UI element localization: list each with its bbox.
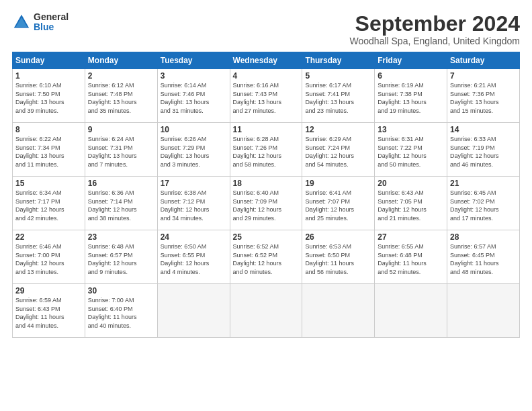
- table-row: 1Sunrise: 6:10 AMSunset: 7:50 PMDaylight…: [13, 69, 85, 123]
- day-number: 10: [161, 125, 227, 134]
- table-row: 18Sunrise: 6:40 AMSunset: 7:09 PMDayligh…: [230, 177, 302, 230]
- table-row: 22Sunrise: 6:46 AMSunset: 7:00 PMDayligh…: [13, 230, 85, 284]
- logo-general-label: General: [34, 12, 69, 22]
- table-row: 25Sunrise: 6:52 AMSunset: 6:52 PMDayligh…: [230, 230, 302, 284]
- day-info: Sunrise: 6:16 AMSunset: 7:43 PMDaylight:…: [233, 81, 300, 115]
- day-number: 30: [88, 286, 154, 295]
- day-info: Sunrise: 6:40 AMSunset: 7:09 PMDaylight:…: [233, 189, 300, 222]
- day-info: Sunrise: 6:28 AMSunset: 7:26 PMDaylight:…: [233, 135, 300, 169]
- table-row: 13Sunrise: 6:31 AMSunset: 7:22 PMDayligh…: [375, 123, 447, 177]
- page: General Blue September 2024 Woodhall Spa…: [0, 0, 532, 411]
- day-info: Sunrise: 6:22 AMSunset: 7:34 PMDaylight:…: [15, 135, 82, 169]
- day-info: Sunrise: 7:00 AMSunset: 6:40 PMDaylight:…: [88, 296, 154, 330]
- day-info: Sunrise: 6:43 AMSunset: 7:05 PMDaylight:…: [378, 189, 444, 222]
- day-info: Sunrise: 6:24 AMSunset: 7:31 PMDaylight:…: [88, 135, 154, 169]
- table-row: 17Sunrise: 6:38 AMSunset: 7:12 PMDayligh…: [157, 177, 230, 230]
- day-info: Sunrise: 6:36 AMSunset: 7:14 PMDaylight:…: [88, 189, 154, 222]
- day-number: 26: [305, 232, 371, 242]
- header: General Blue September 2024 Woodhall Spa…: [12, 12, 520, 46]
- day-number: 20: [378, 179, 444, 188]
- day-number: 4: [233, 71, 300, 81]
- col-wednesday: Wednesday: [230, 52, 302, 69]
- day-info: Sunrise: 6:53 AMSunset: 6:50 PMDaylight:…: [305, 242, 371, 276]
- table-row: 7Sunrise: 6:21 AMSunset: 7:36 PMDaylight…: [447, 69, 520, 123]
- col-thursday: Thursday: [302, 52, 375, 69]
- day-info: Sunrise: 6:14 AMSunset: 7:46 PMDaylight:…: [161, 81, 227, 115]
- day-number: 16: [88, 179, 154, 188]
- location-subtitle: Woodhall Spa, England, United Kingdom: [350, 36, 520, 46]
- month-title: September 2024: [350, 12, 520, 36]
- table-row: [230, 284, 302, 338]
- day-number: 6: [378, 71, 444, 81]
- day-number: 7: [450, 71, 517, 81]
- day-info: Sunrise: 6:48 AMSunset: 6:57 PMDaylight:…: [88, 242, 154, 276]
- day-info: Sunrise: 6:17 AMSunset: 7:41 PMDaylight:…: [305, 81, 371, 115]
- day-info: Sunrise: 6:50 AMSunset: 6:55 PMDaylight:…: [161, 242, 227, 276]
- table-row: 20Sunrise: 6:43 AMSunset: 7:05 PMDayligh…: [375, 177, 447, 230]
- logo-blue-label: Blue: [34, 22, 69, 32]
- day-number: 17: [161, 179, 227, 188]
- table-row: 4Sunrise: 6:16 AMSunset: 7:43 PMDaylight…: [230, 69, 302, 123]
- table-row: 3Sunrise: 6:14 AMSunset: 7:46 PMDaylight…: [157, 69, 230, 123]
- col-monday: Monday: [85, 52, 157, 69]
- day-info: Sunrise: 6:29 AMSunset: 7:24 PMDaylight:…: [305, 135, 371, 169]
- day-info: Sunrise: 6:52 AMSunset: 6:52 PMDaylight:…: [233, 242, 300, 276]
- logo-text: General Blue: [34, 12, 69, 33]
- day-number: 24: [161, 232, 227, 242]
- day-number: 28: [450, 232, 517, 242]
- day-info: Sunrise: 6:45 AMSunset: 7:02 PMDaylight:…: [450, 189, 517, 222]
- table-row: 19Sunrise: 6:41 AMSunset: 7:07 PMDayligh…: [302, 177, 375, 230]
- day-info: Sunrise: 6:31 AMSunset: 7:22 PMDaylight:…: [378, 135, 444, 169]
- col-friday: Friday: [375, 52, 447, 69]
- day-number: 8: [15, 125, 82, 134]
- table-row: [447, 284, 520, 338]
- day-number: 18: [233, 179, 300, 188]
- day-info: Sunrise: 6:34 AMSunset: 7:17 PMDaylight:…: [15, 189, 82, 222]
- day-info: Sunrise: 6:55 AMSunset: 6:48 PMDaylight:…: [378, 242, 444, 276]
- day-number: 23: [88, 232, 154, 242]
- table-row: 21Sunrise: 6:45 AMSunset: 7:02 PMDayligh…: [447, 177, 520, 230]
- day-info: Sunrise: 6:46 AMSunset: 7:00 PMDaylight:…: [15, 242, 82, 276]
- day-number: 1: [15, 71, 82, 81]
- calendar-table: Sunday Monday Tuesday Wednesday Thursday…: [12, 52, 520, 338]
- table-row: [302, 284, 375, 338]
- day-info: Sunrise: 6:59 AMSunset: 6:43 PMDaylight:…: [15, 296, 82, 330]
- calendar-week-row: 29Sunrise: 6:59 AMSunset: 6:43 PMDayligh…: [13, 284, 520, 338]
- table-row: 6Sunrise: 6:19 AMSunset: 7:38 PMDaylight…: [375, 69, 447, 123]
- col-saturday: Saturday: [447, 52, 520, 69]
- title-area: September 2024 Woodhall Spa, England, Un…: [350, 12, 520, 46]
- day-info: Sunrise: 6:26 AMSunset: 7:29 PMDaylight:…: [161, 135, 227, 169]
- table-row: 11Sunrise: 6:28 AMSunset: 7:26 PMDayligh…: [230, 123, 302, 177]
- day-number: 12: [305, 125, 371, 134]
- day-info: Sunrise: 6:38 AMSunset: 7:12 PMDaylight:…: [161, 189, 227, 222]
- day-info: Sunrise: 6:33 AMSunset: 7:19 PMDaylight:…: [450, 135, 517, 169]
- calendar-week-row: 8Sunrise: 6:22 AMSunset: 7:34 PMDaylight…: [13, 123, 520, 177]
- table-row: 30Sunrise: 7:00 AMSunset: 6:40 PMDayligh…: [85, 284, 157, 338]
- header-row: Sunday Monday Tuesday Wednesday Thursday…: [13, 52, 520, 69]
- day-number: 27: [378, 232, 444, 242]
- day-info: Sunrise: 6:10 AMSunset: 7:50 PMDaylight:…: [15, 81, 82, 115]
- calendar-week-row: 1Sunrise: 6:10 AMSunset: 7:50 PMDaylight…: [13, 69, 520, 123]
- day-info: Sunrise: 6:21 AMSunset: 7:36 PMDaylight:…: [450, 81, 517, 115]
- day-info: Sunrise: 6:41 AMSunset: 7:07 PMDaylight:…: [305, 189, 371, 222]
- day-number: 11: [233, 125, 300, 134]
- day-number: 29: [15, 286, 82, 295]
- table-row: 24Sunrise: 6:50 AMSunset: 6:55 PMDayligh…: [157, 230, 230, 284]
- day-number: 2: [88, 71, 154, 81]
- table-row: 16Sunrise: 6:36 AMSunset: 7:14 PMDayligh…: [85, 177, 157, 230]
- day-number: 5: [305, 71, 371, 81]
- col-sunday: Sunday: [13, 52, 85, 69]
- table-row: 12Sunrise: 6:29 AMSunset: 7:24 PMDayligh…: [302, 123, 375, 177]
- day-info: Sunrise: 6:12 AMSunset: 7:48 PMDaylight:…: [88, 81, 154, 115]
- day-number: 19: [305, 179, 371, 188]
- table-row: 29Sunrise: 6:59 AMSunset: 6:43 PMDayligh…: [13, 284, 85, 338]
- table-row: 15Sunrise: 6:34 AMSunset: 7:17 PMDayligh…: [13, 177, 85, 230]
- day-number: 14: [450, 125, 517, 134]
- table-row: 26Sunrise: 6:53 AMSunset: 6:50 PMDayligh…: [302, 230, 375, 284]
- table-row: [157, 284, 230, 338]
- table-row: 9Sunrise: 6:24 AMSunset: 7:31 PMDaylight…: [85, 123, 157, 177]
- day-info: Sunrise: 6:19 AMSunset: 7:38 PMDaylight:…: [378, 81, 444, 115]
- day-number: 13: [378, 125, 444, 134]
- day-number: 9: [88, 125, 154, 134]
- table-row: 14Sunrise: 6:33 AMSunset: 7:19 PMDayligh…: [447, 123, 520, 177]
